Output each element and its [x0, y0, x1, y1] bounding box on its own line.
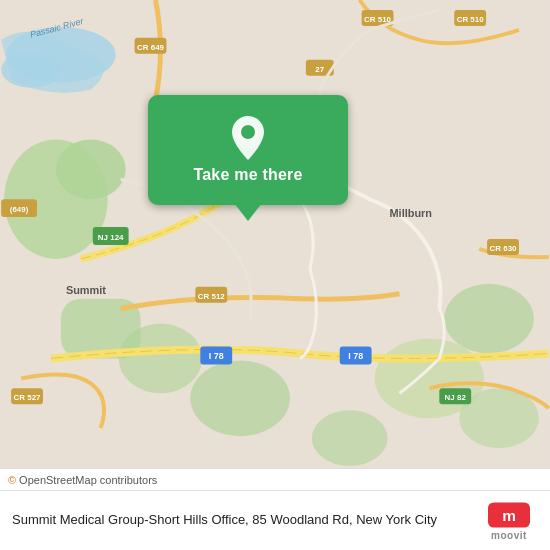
svg-text:NJ 124: NJ 124	[98, 233, 124, 242]
take-me-there-label: Take me there	[193, 166, 302, 184]
svg-text:m: m	[502, 507, 516, 524]
info-bar: Summit Medical Group-Short Hills Office,…	[0, 490, 550, 550]
moovit-text: moovit	[491, 530, 527, 541]
popup[interactable]: Take me there	[148, 95, 348, 205]
svg-text:I 78: I 78	[348, 351, 363, 361]
svg-text:NJ 82: NJ 82	[445, 393, 467, 402]
app: I 78 I 78 NJ 124 CR 512 CR 527 CR 649	[0, 0, 550, 550]
svg-text:Summit: Summit	[66, 284, 106, 296]
moovit-logo: m moovit	[480, 501, 538, 541]
svg-text:CR 510: CR 510	[457, 15, 485, 24]
location-pin-icon	[229, 116, 267, 160]
svg-text:CR 649: CR 649	[137, 43, 165, 52]
svg-text:27: 27	[315, 65, 324, 74]
svg-point-8	[444, 284, 534, 354]
osm-attribution-text: OpenStreetMap contributors	[19, 474, 157, 486]
destination-text: Summit Medical Group-Short Hills Office,…	[12, 511, 470, 529]
svg-text:(649): (649)	[10, 205, 29, 214]
map-container[interactable]: I 78 I 78 NJ 124 CR 512 CR 527 CR 649	[0, 0, 550, 468]
svg-point-41	[241, 125, 255, 139]
attribution-bar: © OpenStreetMap contributors	[0, 468, 550, 490]
moovit-icon: m	[488, 501, 530, 529]
osm-logo: ©	[8, 474, 16, 486]
svg-text:CR 527: CR 527	[14, 393, 42, 402]
svg-point-4	[56, 139, 126, 199]
svg-text:CR 512: CR 512	[198, 292, 226, 301]
svg-text:CR 510: CR 510	[364, 15, 392, 24]
svg-point-10	[312, 410, 388, 466]
svg-text:Millburn: Millburn	[390, 207, 433, 219]
popup-box[interactable]: Take me there	[148, 95, 348, 205]
svg-text:CR 630: CR 630	[490, 244, 518, 253]
svg-point-6	[190, 360, 290, 436]
svg-text:I 78: I 78	[209, 351, 224, 361]
